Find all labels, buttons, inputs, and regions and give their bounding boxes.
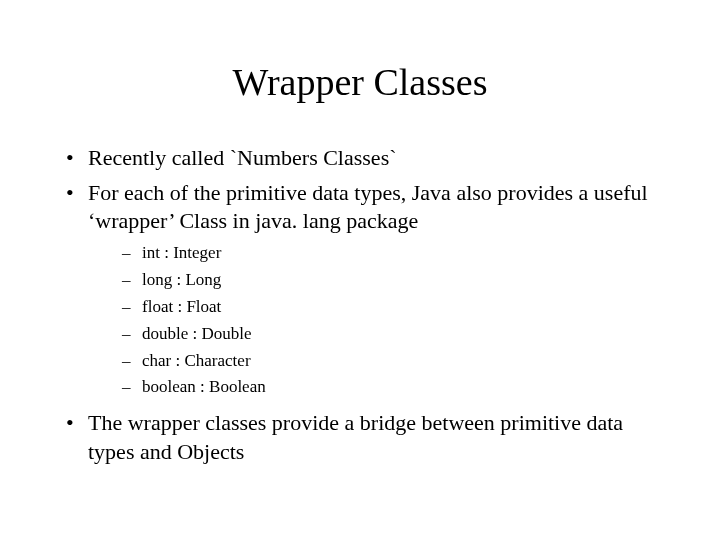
- bullet-text: For each of the primitive data types, Ja…: [88, 180, 648, 234]
- slide-title: Wrapper Classes: [60, 60, 660, 104]
- bullet-list-level2: int : Integer long : Long float : Float …: [118, 242, 660, 400]
- bullet-item: The wrapper classes provide a bridge bet…: [60, 409, 660, 466]
- slide: Wrapper Classes Recently called `Numbers…: [0, 0, 720, 540]
- sub-bullet-item: long : Long: [118, 269, 660, 292]
- sub-bullet-text: int : Integer: [142, 243, 221, 262]
- bullet-text: The wrapper classes provide a bridge bet…: [88, 410, 623, 464]
- sub-bullet-item: int : Integer: [118, 242, 660, 265]
- bullet-item: Recently called `Numbers Classes`: [60, 144, 660, 173]
- sub-bullet-text: boolean : Boolean: [142, 377, 266, 396]
- sub-bullet-item: boolean : Boolean: [118, 376, 660, 399]
- sub-bullet-item: float : Float: [118, 296, 660, 319]
- sub-bullet-item: char : Character: [118, 350, 660, 373]
- sub-bullet-text: float : Float: [142, 297, 221, 316]
- sub-bullet-text: char : Character: [142, 351, 251, 370]
- bullet-item: For each of the primitive data types, Ja…: [60, 179, 660, 400]
- sub-bullet-item: double : Double: [118, 323, 660, 346]
- sub-bullet-text: double : Double: [142, 324, 252, 343]
- bullet-text: Recently called `Numbers Classes`: [88, 145, 397, 170]
- sub-bullet-text: long : Long: [142, 270, 221, 289]
- bullet-list-level1: Recently called `Numbers Classes` For ea…: [60, 144, 660, 467]
